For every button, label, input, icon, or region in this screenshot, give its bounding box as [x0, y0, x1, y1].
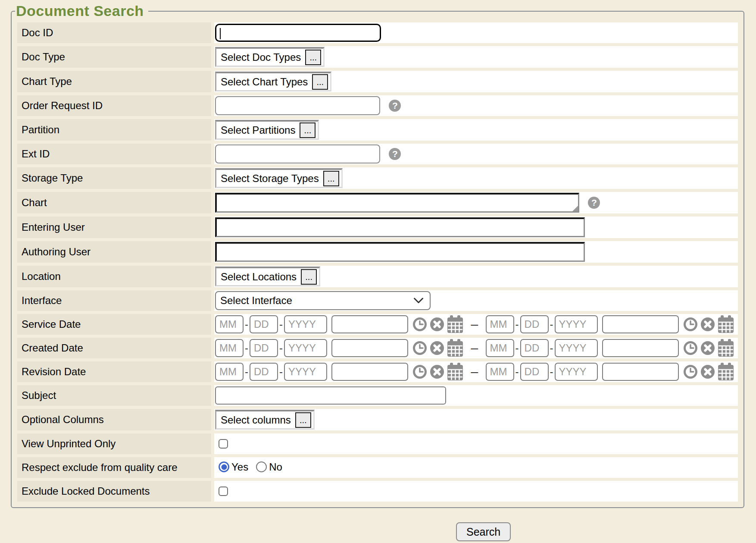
view-unprinted-only-checkbox[interactable]: [219, 439, 228, 449]
chart-type-browse-button[interactable]: ...: [312, 74, 328, 90]
service-date-to-month-input[interactable]: [486, 315, 514, 333]
doc-id-input[interactable]: [215, 24, 381, 42]
created-date-to-day-input[interactable]: [520, 339, 549, 357]
interface-select[interactable]: Select Interface: [215, 291, 431, 310]
ext-id-input[interactable]: [215, 144, 380, 163]
created-date-to-calendar-icon[interactable]: [718, 339, 734, 357]
doc-type-browse-button[interactable]: ...: [305, 50, 321, 65]
service-date-from-year-input[interactable]: [284, 315, 327, 333]
created-date-from-calendar-icon[interactable]: [447, 339, 463, 357]
row-exclude-locked-documents: Exclude Locked Documents: [17, 481, 738, 502]
revision-date-from-year-input[interactable]: [284, 363, 327, 381]
revision-date-from-month-input[interactable]: [215, 363, 244, 381]
row-partition: Partition Select Partitions ...: [17, 119, 738, 141]
date-separator: -: [279, 342, 283, 354]
partition-multiselect[interactable]: Select Partitions ...: [215, 120, 319, 140]
revision-date-from-time-input[interactable]: [331, 363, 408, 381]
row-revision-date: Revision Date - - –: [17, 361, 738, 382]
respect-exclude-quality-care-label: Respect exclude from quality care: [17, 457, 211, 478]
created-date-from-day-input[interactable]: [250, 339, 278, 357]
service-date-from-calendar-icon[interactable]: [447, 315, 463, 333]
created-date-label: Created Date: [17, 338, 211, 358]
revision-date-from-day-input[interactable]: [250, 363, 278, 381]
created-date-to-year-input[interactable]: [555, 339, 598, 357]
date-separator: -: [550, 342, 553, 354]
service-date-from-clock-icon[interactable]: [412, 317, 427, 332]
service-date-to-year-input[interactable]: [555, 315, 598, 333]
date-separator: -: [515, 342, 519, 354]
created-date-to-time-input[interactable]: [602, 339, 679, 357]
date-separator: -: [515, 318, 519, 330]
row-respect-exclude-quality-care: Respect exclude from quality care Yes No: [17, 457, 738, 478]
subject-input[interactable]: [215, 386, 446, 405]
revision-date-to-day-input[interactable]: [520, 363, 549, 381]
service-date-to-day-input[interactable]: [520, 315, 549, 333]
order-request-id-input[interactable]: [215, 96, 380, 115]
row-doc-id: Doc ID: [17, 22, 738, 43]
subject-label: Subject: [17, 385, 211, 406]
revision-date-to-clear-icon[interactable]: [700, 364, 715, 379]
doc-type-multiselect[interactable]: Select Doc Types ...: [215, 47, 325, 67]
optional-columns-browse-button[interactable]: ...: [295, 412, 311, 428]
revision-date-from-clock-icon[interactable]: [412, 364, 427, 379]
partition-browse-button[interactable]: ...: [300, 122, 316, 138]
storage-type-browse-button[interactable]: ...: [323, 171, 339, 186]
exclude-locked-documents-checkbox[interactable]: [219, 487, 228, 496]
revision-date-to-year-input[interactable]: [555, 363, 598, 381]
row-ext-id: Ext ID ?: [17, 144, 738, 164]
service-date-from-time-input[interactable]: [331, 315, 408, 333]
service-date-to-clock-icon[interactable]: [683, 317, 698, 332]
authoring-user-input[interactable]: [215, 242, 585, 262]
service-date-to-clear-icon[interactable]: [700, 317, 715, 332]
revision-date-to-time-input[interactable]: [602, 363, 679, 381]
row-subject: Subject: [17, 385, 738, 406]
created-date-to-clear-icon[interactable]: [700, 341, 715, 355]
chart-textarea[interactable]: [215, 193, 579, 213]
date-range-separator: –: [471, 341, 478, 355]
order-request-id-help-icon[interactable]: ?: [389, 100, 401, 112]
revision-date-to-clock-icon[interactable]: [683, 364, 698, 379]
optional-columns-multiselect[interactable]: Select columns ...: [215, 410, 315, 430]
row-location: Location Select Locations ...: [17, 266, 738, 287]
created-date-from-month-input[interactable]: [215, 339, 244, 357]
service-date-from-group: - -: [215, 315, 463, 333]
revision-date-from-group: - -: [215, 363, 463, 381]
chart-type-multiselect[interactable]: Select Chart Types ...: [215, 72, 331, 91]
revision-date-to-calendar-icon[interactable]: [718, 363, 734, 381]
row-created-date: Created Date - - –: [17, 338, 738, 358]
created-date-from-year-input[interactable]: [284, 339, 327, 357]
search-button[interactable]: Search: [456, 522, 511, 541]
service-date-from-clear-icon[interactable]: [430, 317, 444, 332]
created-date-to-month-input[interactable]: [486, 339, 514, 357]
service-date-from-day-input[interactable]: [250, 315, 278, 333]
created-date-from-clock-icon[interactable]: [412, 341, 427, 355]
revision-date-from-calendar-icon[interactable]: [447, 363, 463, 381]
date-separator: -: [245, 318, 248, 330]
chart-type-multiselect-value: Select Chart Types: [221, 76, 308, 88]
doc-type-label: Doc Type: [17, 46, 211, 68]
service-date-to-time-input[interactable]: [602, 315, 679, 333]
created-date-from-clear-icon[interactable]: [430, 341, 444, 355]
created-date-from-time-input[interactable]: [331, 339, 408, 357]
ext-id-help-icon[interactable]: ?: [389, 148, 401, 160]
chart-help-icon[interactable]: ?: [588, 197, 600, 209]
entering-user-input[interactable]: [215, 217, 585, 237]
row-optional-columns: Optional Columns Select columns ...: [17, 409, 738, 430]
location-multiselect[interactable]: Select Locations ...: [215, 267, 320, 286]
respect-exclude-no-radio[interactable]: [256, 461, 267, 472]
service-date-to-calendar-icon[interactable]: [718, 315, 734, 333]
location-browse-button[interactable]: ...: [301, 269, 317, 285]
date-range-separator: –: [471, 317, 478, 331]
resize-grip-icon[interactable]: [572, 206, 578, 211]
document-search-page: Document Search Doc ID Doc Type Select D…: [0, 0, 756, 541]
doc-id-label: Doc ID: [17, 22, 211, 43]
storage-type-multiselect[interactable]: Select Storage Types ...: [215, 168, 343, 188]
respect-exclude-yes-radio[interactable]: [219, 461, 229, 472]
row-interface: Interface Select Interface: [17, 290, 738, 311]
revision-date-to-month-input[interactable]: [486, 363, 514, 381]
revision-date-from-clear-icon[interactable]: [430, 364, 444, 379]
respect-exclude-yes-label: Yes: [231, 461, 248, 473]
service-date-from-month-input[interactable]: [215, 315, 244, 333]
created-date-to-clock-icon[interactable]: [683, 341, 698, 355]
respect-exclude-radio-group: Yes No: [219, 461, 287, 473]
